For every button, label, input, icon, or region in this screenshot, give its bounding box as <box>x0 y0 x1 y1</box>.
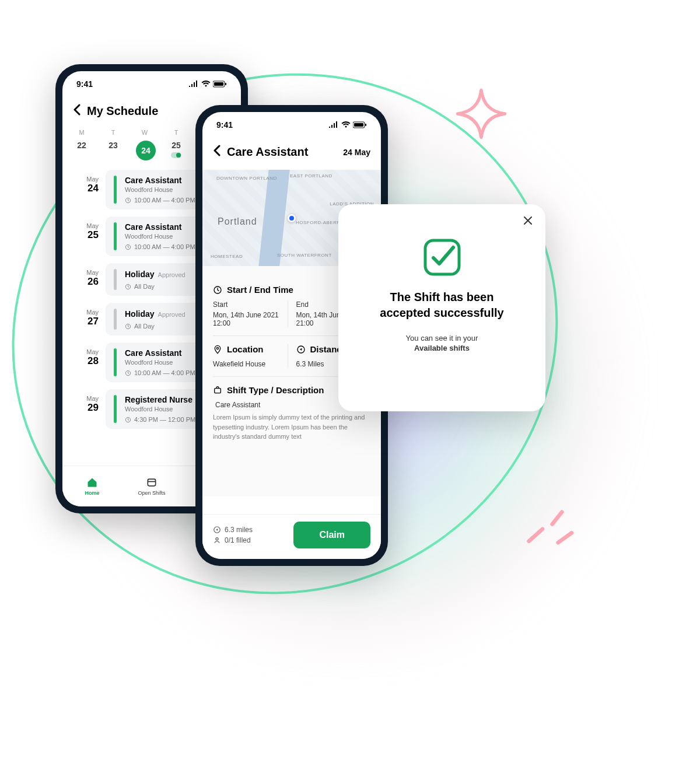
cellular-icon <box>328 121 339 128</box>
tab-home[interactable]: Home <box>62 466 122 506</box>
calendar-day-active[interactable]: W 24 <box>136 129 153 160</box>
page-title: Care Assistant <box>227 145 308 159</box>
holiday-title: Holiday <box>125 309 155 319</box>
sparkle-lines-icon <box>519 484 578 554</box>
schedule-date: May 26 <box>73 269 99 288</box>
status-bar: 9:41 <box>62 71 241 97</box>
status-bar: 9:41 <box>202 112 381 138</box>
shift-color-bar <box>114 395 117 423</box>
svg-rect-17 <box>365 124 366 126</box>
holiday-status: Approved <box>158 311 186 318</box>
map-label: HOMESTEAD <box>211 254 243 259</box>
close-icon <box>522 215 534 226</box>
clock-icon <box>125 370 131 376</box>
sparkle-icon <box>455 88 508 140</box>
holiday-title: Holiday <box>125 270 155 279</box>
schedule-date: May 29 <box>73 395 99 414</box>
svg-rect-13 <box>148 479 155 486</box>
schedule-date: May 25 <box>73 222 99 241</box>
back-button[interactable] <box>73 104 81 118</box>
schedule-date: May 27 <box>73 309 99 327</box>
claim-button[interactable]: Claim <box>293 522 370 548</box>
start-time: 12:00 <box>213 319 282 327</box>
svg-rect-16 <box>354 123 363 127</box>
shift-color-bar <box>114 309 117 330</box>
svg-rect-5 <box>214 82 223 86</box>
cellular-icon <box>188 81 199 88</box>
shift-location: Woodford House <box>125 233 195 240</box>
map-city-label: Portland <box>218 216 257 227</box>
shift-location: Woodford House <box>125 406 195 413</box>
box-icon <box>146 477 158 488</box>
svg-point-23 <box>216 538 218 540</box>
location-pin-icon <box>213 345 222 354</box>
success-title: The Shift has been accepted successfully <box>354 289 530 321</box>
wifi-icon <box>201 81 211 88</box>
clock-icon <box>125 197 131 204</box>
clock-icon <box>125 417 131 423</box>
svg-line-2 <box>552 512 562 525</box>
briefcase-icon <box>213 386 222 395</box>
location-value: Wakefield House <box>213 360 282 368</box>
status-time: 9:41 <box>216 120 233 130</box>
shift-color-bar <box>114 222 117 250</box>
svg-rect-21 <box>215 388 221 393</box>
header-date: 24 May <box>343 148 370 157</box>
chevron-left-icon <box>73 104 81 116</box>
shift-title: Care Assistant <box>125 176 195 185</box>
map-label: DOWNTOWN PORTLAND <box>216 176 277 181</box>
svg-line-1 <box>529 529 542 541</box>
svg-point-19 <box>216 347 218 349</box>
map-label: EAST PORTLAND <box>290 173 332 179</box>
map-pin <box>288 214 296 222</box>
shift-title: Care Assistant <box>125 348 195 358</box>
map-river <box>258 170 289 266</box>
compass-icon <box>213 526 221 534</box>
schedule-date: May 24 <box>73 176 99 194</box>
map-label: SOUTH WATERFRONT <box>277 253 332 258</box>
clock-icon <box>125 323 131 330</box>
battery-icon <box>353 121 367 128</box>
clock-icon <box>125 244 131 250</box>
calendar-day[interactable]: T 25 <box>167 129 185 160</box>
compass-icon <box>296 345 306 354</box>
page-title: My Schedule <box>87 104 158 118</box>
start-date: Mon, 14th June 2021 <box>213 311 282 319</box>
shift-color-bar <box>114 269 117 290</box>
holiday-status: Approved <box>158 271 186 278</box>
shift-description: Lorem Ipsum is simply dummy text of the … <box>213 413 370 442</box>
shift-color-bar <box>114 348 117 376</box>
section-heading: Start / End Time <box>227 285 293 295</box>
chevron-left-icon <box>213 145 221 156</box>
home-icon <box>86 477 98 488</box>
checkmark-icon <box>422 237 463 278</box>
battery-icon <box>213 81 227 88</box>
section-heading: Location <box>227 344 264 354</box>
shift-color-bar <box>114 176 117 204</box>
svg-line-3 <box>558 533 572 543</box>
status-time: 9:41 <box>76 79 93 89</box>
start-label: Start <box>213 300 282 309</box>
clock-icon <box>213 285 222 295</box>
wifi-icon <box>341 121 351 128</box>
shift-title: Care Assistant <box>125 222 195 232</box>
svg-rect-6 <box>225 83 226 85</box>
success-hint: You can see it in your Available shifts <box>354 334 530 352</box>
calendar-day[interactable]: M 22 <box>73 129 90 160</box>
availability-toggle[interactable] <box>171 152 181 158</box>
shift-location: Woodford House <box>125 186 195 193</box>
footer-filled: 0/1 filled <box>213 536 253 544</box>
tab-open-shifts[interactable]: Open Shifts <box>122 466 181 506</box>
close-button[interactable] <box>522 215 534 229</box>
person-icon <box>213 536 221 544</box>
section-heading: Shift Type / Description <box>227 385 324 395</box>
schedule-date: May 28 <box>73 348 99 367</box>
shift-location: Woodford House <box>125 359 195 366</box>
footer-distance: 6.3 miles <box>213 526 253 534</box>
shift-title: Registered Nurse <box>125 395 195 404</box>
success-modal: The Shift has been accepted successfully… <box>338 204 545 411</box>
svg-rect-24 <box>425 240 459 274</box>
clock-icon <box>125 284 131 290</box>
calendar-day[interactable]: T 23 <box>104 129 122 160</box>
back-button[interactable] <box>213 145 221 159</box>
